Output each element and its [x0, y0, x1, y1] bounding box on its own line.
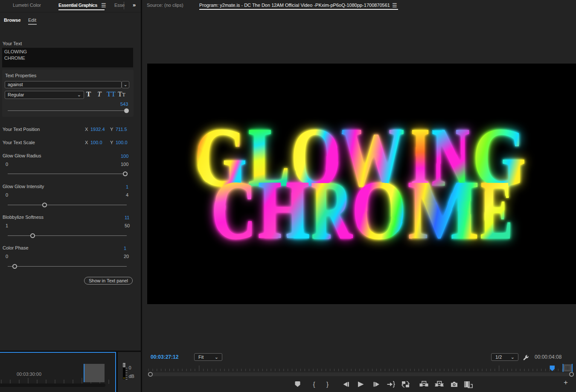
svg-text:M: M: [408, 164, 479, 256]
svg-text:0: 0: [129, 365, 131, 370]
svg-text:E: E: [480, 164, 512, 256]
svg-text:H: H: [258, 164, 309, 256]
svg-text:O: O: [352, 164, 406, 256]
svg-text:}: }: [326, 380, 329, 388]
svg-text:C: C: [212, 164, 256, 256]
svg-text:{: {: [313, 380, 315, 388]
svg-text:dB: dB: [129, 374, 134, 379]
svg-text:R: R: [311, 164, 352, 256]
